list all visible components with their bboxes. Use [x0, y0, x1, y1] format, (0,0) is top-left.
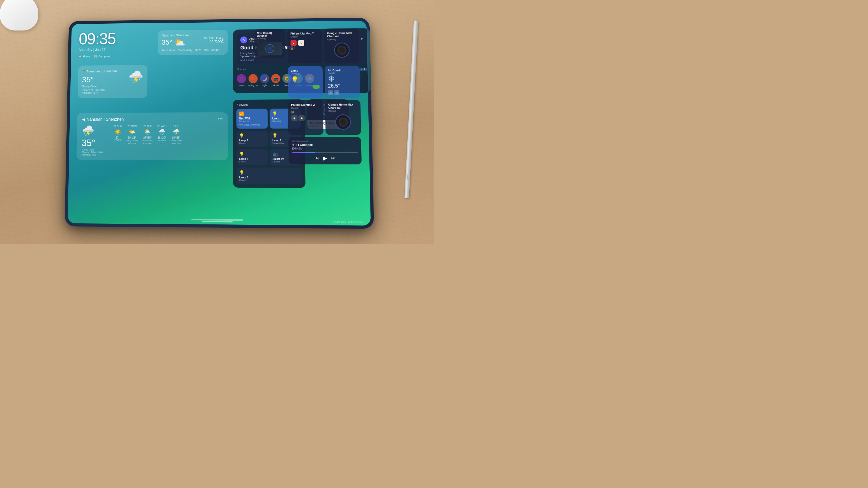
google-home2-title: Google Home Max Charcoal — [328, 103, 358, 109]
forecast-city: Nanshan | Shenzhen — [87, 117, 124, 122]
philips2-wifi: 📶 — [291, 111, 320, 113]
scene-movie[interactable]: 🎬 Movie — [271, 74, 280, 87]
google-home-card: Google Home Max Charcoal Opening — [324, 28, 360, 63]
device-nest-wifi[interactable]: 📶 Nest Wifi Connected +97 Mbps Download — [236, 109, 268, 129]
ac-large-icon: ❄️ — [328, 75, 357, 82]
outdoor-cam-preview — [257, 42, 282, 56]
forecast-header: ◀ Nanshan | Shenzhen ••• — [82, 117, 222, 122]
weather-small-widget: Nanshan | Shenzhen 35° ⛅ Oct 25th, Frida… — [157, 30, 227, 56]
nest-wifi-status: Connected — [239, 120, 265, 123]
lamp4-status: Closed — [239, 160, 265, 163]
nest-cam-outdoor-title: Nest Cam IQ Outdoor — [257, 32, 282, 37]
status-bar-bottom: 9 more apps · 73 Extensions — [333, 221, 363, 223]
forecast-today-temp: 35° — [82, 138, 103, 149]
philips2-buttons: ◼ ◼ — [291, 115, 320, 121]
google-home2-cam — [335, 115, 351, 130]
lamp-control-icon: 💡 — [290, 76, 319, 84]
lamp-control-card: Lamp Opening 💡 — [287, 66, 323, 98]
ac-large-title: Air Condit... — [328, 69, 356, 72]
rp-mid-row: Lamp Opening 💡 Air Condit... Update ❄️ 2… — [287, 66, 360, 98]
philips-red-btn[interactable]: ● — [290, 40, 297, 46]
scene-music[interactable]: 🎵 Music — [237, 74, 246, 87]
lamp3-name: Lamp 3 — [239, 176, 299, 179]
ac-large-controls: − + — [328, 90, 357, 95]
company-label: Company — [98, 55, 110, 58]
rp-top-row: Philips Lighting 2 Closed ● 💡 📶 Google H… — [287, 28, 360, 63]
scroll-pill[interactable] — [191, 219, 243, 221]
clock-location-home[interactable]: 🏠 Home — [78, 55, 90, 58]
wifi-speed: +97 Mbps Download — [239, 124, 265, 126]
apps-count: 9 more apps · 73 Extensions — [333, 221, 363, 223]
music-scene-icon: 🎵 — [237, 74, 246, 84]
sh2-devices-count: 7 devices — [236, 103, 248, 106]
nest-wifi-name: Nest Wifi — [239, 117, 265, 120]
home-bar[interactable] — [202, 221, 232, 222]
scene-going-out[interactable]: 🚶 Going out — [248, 74, 258, 87]
wifi-indicator: 📶 — [290, 47, 319, 50]
wifi-icon: 📶 — [239, 111, 265, 116]
weather-date: Oct 25th, Friday — [204, 37, 223, 40]
clock-location-company[interactable]: 🏢 Company — [94, 55, 110, 58]
lamp3-status: Closed — [239, 179, 299, 182]
device-lamp4[interactable]: 💡 Lamp 4 Closed — [237, 149, 268, 165]
google-home2-sub: Closed — [328, 110, 358, 112]
lamp4-icon: 💡 — [239, 152, 265, 156]
philips-controls: ● 💡 — [290, 40, 319, 46]
music-controls: ⏮ ▶ ⏭ — [292, 155, 358, 161]
philips2-title: Philips Lighting 2 — [291, 103, 320, 106]
google-home-sub: Opening — [327, 38, 356, 41]
weather-condition: Mostly Clear — [82, 85, 105, 88]
weather-small-stats: 5km/h Wind 30m Visibility 3 UV 10% Humid… — [161, 48, 223, 52]
dropdown-icon[interactable]: ▾ — [361, 36, 363, 41]
philips-white-btn[interactable]: 💡 — [298, 40, 304, 46]
rp-row3: Philips Lighting 2 Closed 📶 ◼ ◼ Google H… — [288, 100, 361, 135]
forecast-day-1: 27 SUN ☀️ 27°18°/23° — [113, 125, 122, 144]
philips2-btn2[interactable]: ◼ — [298, 115, 305, 121]
forecast-days: 27 SUN ☀️ 27°18°/23° 28 MON 🌤️ 20°/26°Pa… — [113, 125, 222, 144]
music-play-btn[interactable]: ▶ — [323, 155, 327, 161]
music-next-btn[interactable]: ⏭ — [331, 156, 335, 160]
weather-icon-left: ⛈️ — [128, 70, 143, 84]
clock-widget: 09:35 Saturday | Jun 29 🏠 Home 🏢 Company — [78, 31, 148, 58]
home-icon: 🏠 — [78, 55, 82, 58]
weather-small-icon: ⛅ — [174, 37, 185, 47]
night-scene-icon: 🌙 — [260, 74, 269, 83]
ac-large-card: Air Condit... Update ❄️ 26.5° − + — [324, 66, 360, 98]
weather-stats: Chance of Rain: 90% Humidity: 72% — [82, 89, 105, 94]
lamp-control-sub: Opening — [290, 72, 319, 75]
google-home-cam — [334, 42, 349, 58]
philips-lighting-card: Philips Lighting 2 Closed ● 💡 📶 — [287, 29, 322, 63]
philips2-sub: Closed — [291, 107, 320, 109]
music-artist: EMINEM — [292, 147, 358, 150]
home-label: Home — [83, 55, 90, 58]
right-panel: Philips Lighting 2 Closed ● 💡 📶 Google H… — [287, 28, 362, 164]
music-prev-btn[interactable]: ⏮ — [314, 156, 319, 160]
wifi-icon-small: 📶 — [290, 47, 293, 50]
ac-large-temp: 26.5° — [328, 83, 357, 89]
nest-cam-outdoor-sub: Opening — [257, 37, 282, 40]
outdoor-cam-inner — [267, 46, 272, 51]
lamp5-name: Lamp 5 — [239, 139, 265, 142]
music-label: NOW PLAYING — [292, 140, 358, 142]
lamp-power-toggle[interactable] — [312, 85, 320, 89]
user-avatar: A — [240, 36, 247, 43]
earbuds-case — [0, 0, 38, 31]
going-out-scene-icon: 🚶 — [248, 74, 257, 84]
cam2-lens — [338, 118, 347, 126]
device-lamp5[interactable]: 💡 Lamp 5 Closed — [237, 131, 268, 147]
philips-title: Philips Lighting 2 — [290, 32, 319, 35]
device-lamp3[interactable]: 💡 Lamp 3 Closed — [237, 167, 302, 184]
cam-lens-outer — [337, 46, 346, 55]
tablet-screen: 09:35 Saturday | Jun 29 🏠 Home 🏢 Company… — [68, 21, 371, 226]
ac-large-sub: Update — [328, 72, 357, 74]
forecast-today-desc: Mostly ClearChance of Rain: 90%Humidity:… — [81, 149, 103, 156]
philips2-btn1[interactable]: ◼ — [291, 115, 298, 121]
scene-night[interactable]: 🌙 Night — [260, 74, 269, 87]
ac-large-plus[interactable]: + — [334, 90, 339, 95]
ac-large-minus[interactable]: − — [328, 90, 333, 95]
clock-locations: 🏠 Home 🏢 Company — [78, 54, 148, 58]
edit-btn[interactable]: Edit — [360, 68, 367, 71]
nest-cam-outdoor-card: Nest Cam IQ Outdoor Opening — [254, 29, 285, 58]
forecast-today: ⛈️ 35° Mostly ClearChance of Rain: 90%Hu… — [81, 125, 108, 156]
scenes-label: Scenes — [237, 68, 246, 71]
